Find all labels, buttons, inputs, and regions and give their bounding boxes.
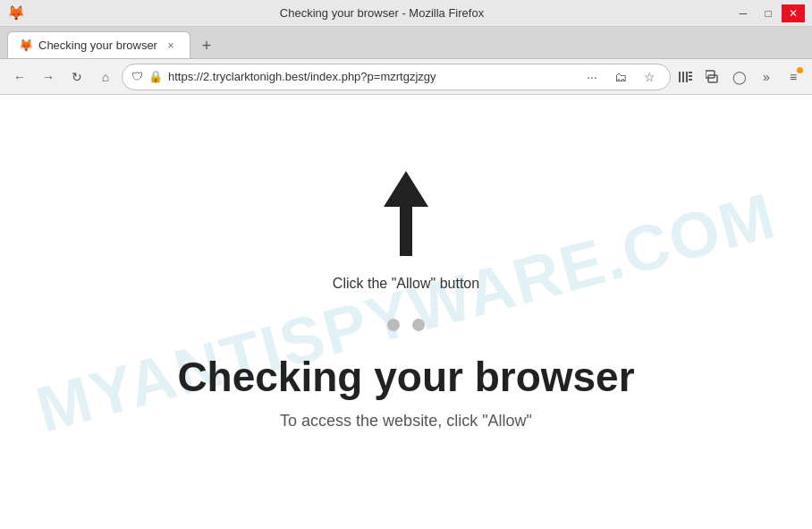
page-content: MYANTISPYWARE.COM Click the "Allow" butt… — [0, 95, 812, 529]
extensions-button[interactable]: » — [755, 65, 778, 89]
dot-2 — [412, 319, 425, 331]
forward-button[interactable]: → — [36, 64, 61, 90]
svg-marker-9 — [384, 171, 428, 207]
dots-row — [387, 319, 425, 331]
svg-rect-0 — [679, 72, 681, 82]
reload-button[interactable]: ↻ — [64, 64, 89, 90]
tab-close-button[interactable]: × — [163, 38, 179, 54]
tab-favicon: 🦊 — [19, 38, 33, 53]
up-arrow-icon — [375, 166, 437, 265]
firefox-icon: 🦊 — [7, 4, 25, 21]
active-tab[interactable]: 🦊 Checking your browser × — [7, 31, 190, 58]
arrow-container — [375, 166, 437, 265]
sub-text: To access the website, click "Allow" — [280, 412, 532, 431]
address-bar[interactable] — [168, 70, 575, 83]
dot-1 — [387, 319, 400, 331]
more-button[interactable]: ··· — [580, 65, 604, 89]
svg-rect-7 — [708, 75, 717, 82]
close-button[interactable]: ✕ — [782, 4, 805, 22]
new-tab-button[interactable]: + — [194, 33, 219, 58]
svg-rect-3 — [689, 72, 692, 73]
content-area: Click the "Allow" button Checking your b… — [177, 166, 634, 431]
svg-rect-5 — [689, 79, 692, 81]
window-controls: ─ □ ✕ — [732, 4, 805, 22]
home-button[interactable]: ⌂ — [93, 64, 118, 90]
back-button[interactable]: ← — [7, 64, 32, 90]
pocket-icon[interactable]: 🗂 — [609, 65, 632, 89]
tab-title: Checking your browser — [38, 38, 157, 52]
bookmark-star-button[interactable]: ☆ — [638, 65, 661, 89]
svg-rect-1 — [682, 72, 684, 82]
synced-tabs-button[interactable] — [701, 65, 724, 89]
title-bar: 🦊 Checking your browser - Mozilla Firefo… — [0, 0, 812, 27]
svg-rect-6 — [706, 71, 715, 78]
lock-icon: 🔒 — [148, 70, 163, 83]
window-title: Checking your browser - Mozilla Firefox — [32, 6, 732, 20]
container-button[interactable]: ◯ — [728, 65, 751, 89]
svg-rect-4 — [689, 75, 692, 77]
nav-bar: ← → ↻ ⌂ 🛡 🔒 ··· 🗂 ☆ ◯ » ≡ — [0, 59, 812, 95]
tab-bar: 🦊 Checking your browser × + — [0, 27, 812, 59]
main-heading: Checking your browser — [177, 353, 634, 401]
maximize-button[interactable]: □ — [757, 4, 780, 22]
click-allow-text: Click the "Allow" button — [333, 276, 479, 292]
address-bar-container: 🛡 🔒 ··· 🗂 ☆ — [122, 64, 671, 90]
minimize-button[interactable]: ─ — [732, 4, 755, 22]
svg-rect-10 — [400, 202, 412, 256]
library-button[interactable] — [674, 65, 698, 89]
shield-icon: 🛡 — [131, 70, 143, 83]
svg-rect-2 — [686, 72, 688, 82]
menu-button[interactable]: ≡ — [782, 65, 805, 89]
